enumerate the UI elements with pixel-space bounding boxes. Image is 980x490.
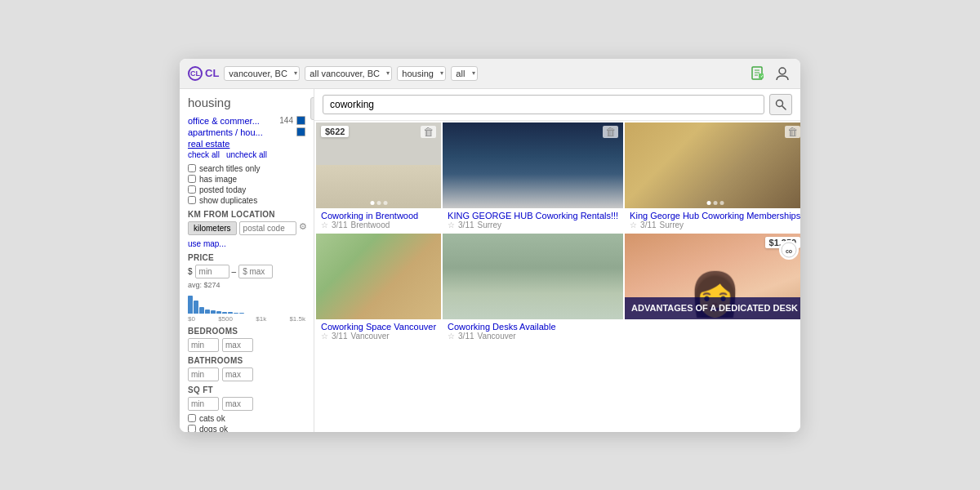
listing-card-2[interactable]: KING GEORGE HUB Coworking Rentals!!! ☆ 3… xyxy=(443,122,623,232)
listing-title-3[interactable]: King George Hub Coworking Memberships xyxy=(630,211,800,220)
star-icon-5[interactable]: ☆ xyxy=(448,332,455,341)
star-icon-1[interactable]: ☆ xyxy=(321,220,328,229)
sqft-max-input[interactable] xyxy=(222,397,253,411)
listing-title-4[interactable]: Coworking Space Vancouver xyxy=(321,322,436,332)
listing-card-3[interactable]: King George Hub Coworking Memberships ☆ … xyxy=(625,122,800,232)
listing-date-3: 3/11 xyxy=(640,220,656,229)
posted-today-label: posted today xyxy=(199,185,246,194)
listing-title-2[interactable]: KING GEORGE HUB Coworking Rentals!!! xyxy=(448,211,618,220)
price-dash: – xyxy=(232,267,237,276)
category-link-office[interactable]: office & commer... xyxy=(188,116,274,126)
listing-dots-1 xyxy=(370,201,387,205)
price-min-input[interactable] xyxy=(195,265,229,278)
post-button[interactable]: ✓ xyxy=(748,64,768,83)
category-select[interactable]: housing xyxy=(397,66,446,81)
search-button[interactable] xyxy=(769,94,792,115)
category-select-wrapper[interactable]: housing xyxy=(397,66,446,81)
star-icon-4[interactable]: ☆ xyxy=(321,332,328,341)
account-icon xyxy=(775,66,790,81)
price-axis-1k: $1k xyxy=(256,315,266,323)
avg-price-text: avg: $274 xyxy=(188,281,305,289)
has-image-checkbox[interactable] xyxy=(188,175,196,183)
account-button[interactable] xyxy=(773,64,792,83)
svg-text:✓: ✓ xyxy=(760,74,764,78)
bathrooms-row xyxy=(188,368,305,381)
location-select-wrapper[interactable]: vancouver, BC xyxy=(224,66,300,81)
ad-logo: co xyxy=(779,240,799,260)
show-duplicates-label: show duplicates xyxy=(199,196,257,205)
hist-bar-7 xyxy=(222,312,227,314)
cl-logo-text: CL xyxy=(205,67,219,79)
filter-checkboxes: search titles only has image posted toda… xyxy=(188,164,305,205)
svg-line-8 xyxy=(782,105,786,109)
category-link-apartments[interactable]: apartments / hou... xyxy=(188,127,293,137)
toolbar-icons: ✓ xyxy=(748,64,792,83)
check-all-link[interactable]: check all xyxy=(188,150,220,159)
bathrooms-min-input[interactable] xyxy=(188,368,219,381)
check-uncheck-row: check all uncheck all xyxy=(188,150,305,159)
area-select[interactable]: all vancouver, BC xyxy=(305,66,392,81)
category-item-office: office & commer... 144 xyxy=(188,116,305,126)
area-select-wrapper[interactable]: all vancouver, BC xyxy=(305,66,392,81)
search-titles-checkbox[interactable] xyxy=(188,164,196,172)
cl-logo: CL CL xyxy=(188,66,219,81)
listing-card-4[interactable]: Coworking Space Vancouver ☆ 3/11 Vancouv… xyxy=(316,234,441,343)
posted-today-checkbox[interactable] xyxy=(188,185,196,194)
listing-delete-3[interactable]: 🗑 xyxy=(785,126,800,138)
category-check-apartments[interactable] xyxy=(296,127,305,136)
bedrooms-min-input[interactable] xyxy=(188,338,219,352)
listing-card-1[interactable]: $622 Coworking in Brentwood ☆ 3/11 Brent xyxy=(316,122,441,232)
cats-ok-checkbox[interactable] xyxy=(188,414,196,422)
search-input[interactable] xyxy=(323,95,764,114)
filter-select-wrapper[interactable]: all xyxy=(451,66,478,81)
listing-image-5 xyxy=(443,234,623,319)
search-icon xyxy=(775,99,786,110)
filter-cats-ok: cats ok xyxy=(188,414,305,423)
real-estate-link[interactable]: real estate xyxy=(188,139,305,149)
browser-toolbar: CL CL vancouver, BC all vancouver, BC ho… xyxy=(180,59,800,89)
km-section-label: KM FROM LOCATION xyxy=(188,210,305,219)
kilometers-button[interactable]: kilometers xyxy=(188,221,237,235)
filter-select[interactable]: all xyxy=(451,66,478,81)
listing-delete-1[interactable]: 🗑 xyxy=(421,126,436,138)
craigslist-logo-circle: CL xyxy=(188,66,203,81)
listing-delete-2[interactable]: 🗑 xyxy=(603,126,618,138)
category-check-office[interactable] xyxy=(296,116,305,125)
bedrooms-max-input[interactable] xyxy=(222,338,253,352)
listing-location-4: Vancouver xyxy=(350,332,389,341)
price-range: $ – xyxy=(188,265,305,278)
bathrooms-max-input[interactable] xyxy=(222,368,253,381)
search-titles-label: search titles only xyxy=(199,164,260,173)
ad-overlay: ADVANTAGES OF A DEDICATED DESK xyxy=(625,297,800,318)
listing-title-1[interactable]: Coworking in Brentwood xyxy=(321,211,436,220)
listing-meta-3: ☆ 3/11 Surrey xyxy=(630,220,800,229)
listing-price-1: $622 xyxy=(321,126,349,137)
location-select[interactable]: vancouver, BC xyxy=(224,66,300,81)
star-icon-2[interactable]: ☆ xyxy=(448,220,455,229)
filter-posted-today: posted today xyxy=(188,185,305,194)
svg-text:co: co xyxy=(786,248,792,254)
listing-meta-4: ☆ 3/11 Vancouver xyxy=(321,332,436,341)
bedrooms-section-label: BEDROOMS xyxy=(188,327,305,336)
use-map-link[interactable]: use map... xyxy=(188,239,226,248)
sidebar-toggle-button[interactable]: ‹ xyxy=(310,97,314,120)
uncheck-all-link[interactable]: uncheck all xyxy=(226,150,267,159)
filter-has-image: has image xyxy=(188,175,305,184)
star-icon-3[interactable]: ☆ xyxy=(630,220,637,229)
listing-card-5[interactable]: Coworking Desks Available ☆ 3/11 Vancouv… xyxy=(443,234,623,343)
postal-code-input[interactable] xyxy=(239,221,296,235)
price-axis-0: $0 xyxy=(188,315,195,323)
gear-icon: ⚙ xyxy=(299,221,307,235)
price-axis: $0 $500 $1k $1.5k xyxy=(188,315,305,323)
search-bar xyxy=(314,89,800,121)
listing-card-6[interactable]: 👩 $1,350 co ADVANTAGES OF A DEDICATED DE… xyxy=(625,234,800,343)
price-max-input[interactable] xyxy=(238,265,273,278)
dot-1-3 xyxy=(383,201,387,205)
sqft-row xyxy=(188,397,305,411)
price-axis-500: $500 xyxy=(218,315,233,323)
show-duplicates-checkbox[interactable] xyxy=(188,196,196,204)
sqft-min-input[interactable] xyxy=(188,397,219,411)
listing-date-1: 3/11 xyxy=(332,220,347,229)
listing-title-5[interactable]: Coworking Desks Available xyxy=(448,322,618,332)
dogs-ok-checkbox[interactable] xyxy=(188,425,196,432)
